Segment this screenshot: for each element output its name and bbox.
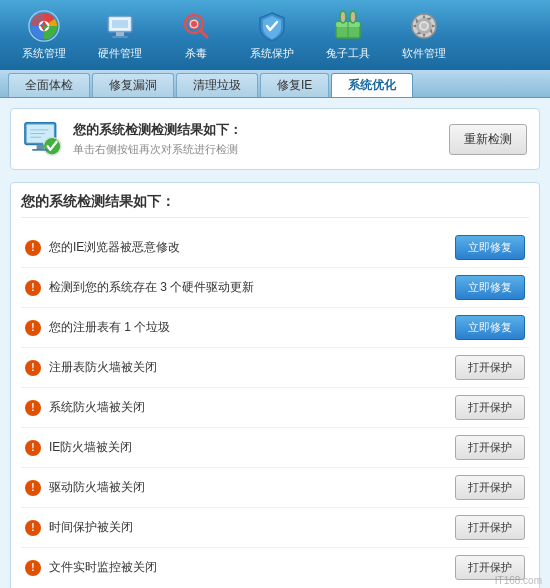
result-item-left: !驱动防火墙被关闭 — [25, 479, 145, 496]
banner: 您的系统检测检测结果如下： 单击右侧按钮再次对系统进行检测 重新检测 — [10, 108, 540, 170]
warning-icon: ! — [25, 240, 41, 256]
warning-icon: ! — [25, 280, 41, 296]
result-item-left: !您的IE浏览器被恶意修改 — [25, 239, 180, 256]
svg-line-9 — [201, 31, 207, 37]
result-text: IE防火墙被关闭 — [49, 439, 132, 456]
result-item: !时间保护被关闭打开保护 — [21, 508, 529, 548]
result-item-left: !系统防火墙被关闭 — [25, 399, 145, 416]
fix-button[interactable]: 立即修复 — [455, 275, 525, 300]
nav-label-hardware: 硬件管理 — [98, 46, 142, 61]
result-item: !IE防火墙被关闭打开保护 — [21, 428, 529, 468]
svg-rect-27 — [32, 149, 48, 151]
results-list: !您的IE浏览器被恶意修改立即修复!检测到您的系统存在 3 个硬件驱动更新立即修… — [21, 228, 529, 587]
result-item: !驱动防火墙被关闭打开保护 — [21, 468, 529, 508]
svg-rect-5 — [116, 32, 124, 36]
warning-icon: ! — [25, 480, 41, 496]
warning-icon: ! — [25, 360, 41, 376]
main-content: 您的系统检测检测结果如下： 单击右侧按钮再次对系统进行检测 重新检测 您的系统检… — [0, 98, 550, 588]
warning-icon: ! — [25, 560, 41, 576]
fix-button[interactable]: 立即修复 — [455, 235, 525, 260]
result-item-left: !时间保护被关闭 — [25, 519, 133, 536]
result-text: 您的IE浏览器被恶意修改 — [49, 239, 180, 256]
rescan-button[interactable]: 重新检测 — [449, 124, 527, 155]
svg-rect-6 — [112, 36, 128, 38]
result-item: !检测到您的系统存在 3 个硬件驱动更新立即修复 — [21, 268, 529, 308]
top-nav: 系统管理 硬件管理 杀毒 — [0, 0, 550, 70]
nav-item-protect[interactable]: 系统保护 — [236, 5, 308, 65]
svg-point-10 — [191, 21, 197, 27]
svg-point-16 — [342, 13, 345, 21]
watermark: IT168.com — [495, 575, 542, 586]
tab-clean-junk[interactable]: 清理垃圾 — [176, 73, 258, 97]
protect-button[interactable]: 打开保护 — [455, 395, 525, 420]
fix-button[interactable]: 立即修复 — [455, 315, 525, 340]
results-title: 您的系统检测结果如下： — [21, 193, 529, 218]
result-text: 文件实时监控被关闭 — [49, 559, 157, 576]
tab-repair-ie[interactable]: 修复IE — [260, 73, 329, 97]
nav-label-rabbit: 兔子工具 — [326, 46, 370, 61]
protect-button[interactable]: 打开保护 — [455, 475, 525, 500]
banner-title: 您的系统检测检测结果如下： — [73, 121, 242, 139]
result-text: 时间保护被关闭 — [49, 519, 133, 536]
warning-icon: ! — [25, 520, 41, 536]
result-item-left: !IE防火墙被关闭 — [25, 439, 132, 456]
system-logo-icon — [28, 10, 60, 42]
result-item: !您的注册表有 1 个垃圾立即修复 — [21, 308, 529, 348]
result-item: !注册表防火墙被关闭打开保护 — [21, 348, 529, 388]
result-item-left: !检测到您的系统存在 3 个硬件驱动更新 — [25, 279, 254, 296]
nav-item-rabbit[interactable]: 兔子工具 — [312, 5, 384, 65]
result-text: 驱动防火墙被关闭 — [49, 479, 145, 496]
result-item-left: !您的注册表有 1 个垃圾 — [25, 319, 170, 336]
rabbit-icon — [332, 10, 364, 42]
nav-item-software[interactable]: 软件管理 — [388, 5, 460, 65]
protect-button[interactable]: 打开保护 — [455, 515, 525, 540]
banner-subtitle: 单击右侧按钮再次对系统进行检测 — [73, 142, 242, 157]
protect-button[interactable]: 打开保护 — [455, 435, 525, 460]
banner-text: 您的系统检测检测结果如下： 单击右侧按钮再次对系统进行检测 — [73, 121, 242, 157]
nav-label-software: 软件管理 — [402, 46, 446, 61]
banner-left: 您的系统检测检测结果如下： 单击右侧按钮再次对系统进行检测 — [23, 119, 242, 159]
warning-icon: ! — [25, 320, 41, 336]
nav-label-kill: 杀毒 — [185, 46, 207, 61]
result-item: !文件实时监控被关闭打开保护 — [21, 548, 529, 587]
hardware-icon — [104, 10, 136, 42]
nav-item-kill[interactable]: 杀毒 — [160, 5, 232, 65]
tab-optimize[interactable]: 系统优化 — [331, 73, 413, 97]
software-icon — [408, 10, 440, 42]
svg-rect-4 — [112, 20, 128, 28]
result-text: 您的注册表有 1 个垃圾 — [49, 319, 170, 336]
result-item: !您的IE浏览器被恶意修改立即修复 — [21, 228, 529, 268]
result-item: !系统防火墙被关闭打开保护 — [21, 388, 529, 428]
tab-full-check[interactable]: 全面体检 — [8, 73, 90, 97]
protect-button[interactable]: 打开保护 — [455, 355, 525, 380]
results-section: 您的系统检测结果如下： !您的IE浏览器被恶意修改立即修复!检测到您的系统存在 … — [10, 182, 540, 588]
tab-repair-patch[interactable]: 修复漏洞 — [92, 73, 174, 97]
kill-icon — [180, 10, 212, 42]
svg-point-17 — [352, 13, 355, 21]
nav-label-protect: 系统保护 — [250, 46, 294, 61]
warning-icon: ! — [25, 440, 41, 456]
banner-monitor-icon — [23, 119, 63, 159]
svg-point-21 — [421, 23, 427, 29]
result-text: 系统防火墙被关闭 — [49, 399, 145, 416]
result-item-left: !文件实时监控被关闭 — [25, 559, 157, 576]
protect-icon — [256, 10, 288, 42]
result-text: 注册表防火墙被关闭 — [49, 359, 157, 376]
nav-item-hardware[interactable]: 硬件管理 — [84, 5, 156, 65]
result-text: 检测到您的系统存在 3 个硬件驱动更新 — [49, 279, 254, 296]
svg-rect-26 — [37, 144, 44, 149]
nav-item-system[interactable]: 系统管理 — [8, 5, 80, 65]
warning-icon: ! — [25, 400, 41, 416]
result-item-left: !注册表防火墙被关闭 — [25, 359, 157, 376]
nav-label-system: 系统管理 — [22, 46, 66, 61]
tab-bar: 全面体检 修复漏洞 清理垃圾 修复IE 系统优化 — [0, 70, 550, 98]
